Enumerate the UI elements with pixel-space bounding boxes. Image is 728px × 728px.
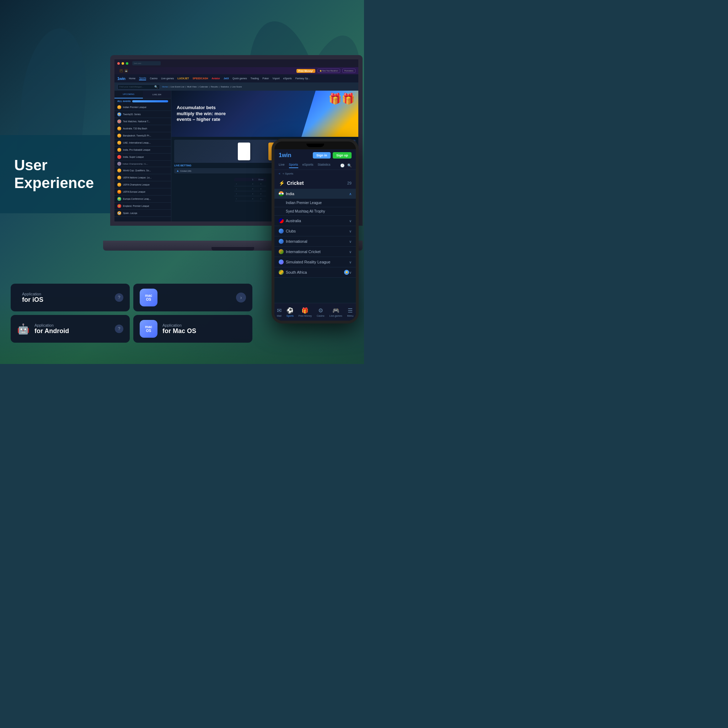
- uae-icon: 🏆: [117, 141, 121, 145]
- phone-tab-esports[interactable]: eSports: [303, 163, 314, 168]
- phone-sports-section: ⚡ Cricket 29 India ∧: [274, 177, 356, 303]
- ipl-sub-item[interactable]: Indian Premier League: [274, 199, 356, 207]
- international-row[interactable]: International ∨: [274, 236, 356, 247]
- t20-icon: 🏆: [117, 112, 121, 116]
- macos-top-card[interactable]: macOS ›: [133, 284, 252, 311]
- phone-nav-casino[interactable]: ⚙ Casino: [317, 307, 324, 317]
- sidebar-item-nations[interactable]: 🏆 UEFA Nations League. Le...: [115, 174, 171, 181]
- sidebar-item-ban[interactable]: 🏆 Bangladesh. Twenty20 Pr...: [115, 132, 171, 139]
- android-app-card[interactable]: 🤖 Application for Android ?: [11, 315, 130, 343]
- signin-button[interactable]: Sign in: [313, 152, 330, 159]
- sidebar-item-kabaddi[interactable]: 🏆 India. Pro Kabaddi League: [115, 147, 171, 154]
- nav-esports[interactable]: eSports: [283, 77, 292, 80]
- sidebar-item-test[interactable]: ⭕ Test Matches. National T...: [115, 118, 171, 125]
- simulated-label: Simulated Reality League: [286, 260, 349, 264]
- macos-bottom-card[interactable]: macOS Application for Mac OS: [133, 315, 252, 343]
- nav-home[interactable]: Home: [128, 77, 135, 80]
- phone-tab-sports[interactable]: Sports: [289, 163, 298, 168]
- android-help-button[interactable]: ?: [115, 324, 123, 333]
- breadcrumb: Home | Live Event List | Multi View | Ca…: [162, 86, 242, 88]
- australia-row[interactable]: Australia ∨: [274, 216, 356, 226]
- search-phone-icon[interactable]: 🔍: [347, 164, 352, 167]
- signup-button[interactable]: Sign up: [333, 152, 352, 159]
- phone-nav-free-money[interactable]: 🎁 Free Money: [298, 307, 312, 317]
- events-toggle[interactable]: [132, 100, 168, 102]
- ios-app-for: Application: [22, 292, 110, 296]
- phone-tab-statistics[interactable]: Statistics: [318, 163, 330, 168]
- sidebar-item-uae[interactable]: 🏆 UAE. International Leagu...: [115, 139, 171, 147]
- phone-nav-sports[interactable]: ⚽ Sports: [286, 307, 294, 317]
- nav-casino[interactable]: Casino: [150, 77, 158, 80]
- syed-mushtaq-sub-item[interactable]: Syed Mushtaq Ali Trophy: [274, 207, 356, 216]
- nav-aviator[interactable]: Aviator: [211, 77, 220, 80]
- sidebar-item-uel[interactable]: 🏆 UEFA Europa League: [115, 188, 171, 196]
- hero-title: Accumulator bets multiply the win: more …: [177, 105, 230, 123]
- clubs-row[interactable]: Clubs ∨: [274, 226, 356, 236]
- ios-app-text: Application for iOS: [22, 292, 110, 304]
- simulated-row[interactable]: Simulated Reality League ∨: [274, 257, 356, 267]
- ipl-icon: 🏆: [117, 105, 121, 109]
- score-row-4: - - -: [234, 196, 266, 201]
- phone-mockup: 1win Sign in Sign up Live Sports eSports…: [272, 139, 359, 323]
- sports-nav-label: Sports: [286, 315, 294, 317]
- south-africa-row[interactable]: South Africa 🔔 ∨: [274, 267, 356, 278]
- nav-luckjet[interactable]: LUCKJET: [177, 77, 189, 80]
- hero-banner: Accumulator bets multiply the win: more …: [171, 91, 358, 137]
- nav-trading[interactable]: Trading: [251, 77, 259, 80]
- cricket-header[interactable]: ⚡ Cricket 29: [274, 177, 356, 189]
- phone-tab-icons: 🕐 🔍: [340, 163, 352, 168]
- cricket-bolt-icon: ⚡: [279, 180, 285, 186]
- sidebar-item-ic[interactable]: ~ Indian Championship. I-L...: [115, 161, 171, 167]
- browser-topbar: 1win.com: [115, 60, 358, 67]
- sidebar-item-ucl[interactable]: 🏆 UEFA Champions League: [115, 181, 171, 188]
- sidebar-item-t20[interactable]: 🏆 Twenty20. Series: [115, 111, 171, 118]
- nav-sports[interactable]: Sports: [139, 77, 146, 80]
- phone-tab-live[interactable]: Live: [279, 163, 285, 168]
- casino-label: Casino: [317, 315, 324, 317]
- sidebar-item-laliga[interactable]: ⚽ Spain. LaLiga: [115, 210, 171, 217]
- nav-poker[interactable]: Poker: [262, 77, 269, 80]
- wc-icon: 🏆: [117, 168, 121, 173]
- sidebar-item-india-super[interactable]: 🔴 India. Super League: [115, 154, 171, 161]
- sidebar-tabs: UPCOMING LIVE 204: [115, 91, 171, 98]
- ios-help-button[interactable]: ?: [115, 293, 123, 302]
- phone-nav-mail[interactable]: ✉ Mail: [277, 307, 281, 317]
- app-cards-area: Application for iOS ? macOS › 🤖 Applicat…: [11, 284, 252, 343]
- nav-fantasy[interactable]: Fantasy Sp...: [295, 77, 310, 80]
- score-header-row: 1 Draw: [234, 178, 266, 181]
- tab-upcoming[interactable]: UPCOMING: [115, 91, 143, 98]
- india-country-row[interactable]: India ∧: [274, 189, 356, 199]
- sidebar-item-ipl[interactable]: 🏆 Indian Premier League: [115, 104, 171, 111]
- mail-label: Mail: [277, 315, 281, 317]
- nav-speedcash[interactable]: SPEEDCASH: [193, 77, 208, 80]
- south-africa-badge: 🔔: [344, 270, 349, 275]
- phone-nav-tabs: Live Sports eSports Statistics 🕐 🔍: [274, 161, 356, 170]
- search-bar: Find your match/league... 🔍 Home | Live …: [115, 83, 358, 91]
- macos-icon: macOS: [140, 289, 158, 306]
- macos-arrow-button[interactable]: ›: [236, 292, 246, 303]
- sidebar-item-epl[interactable]: 🦁 England. Premier League: [115, 203, 171, 210]
- nav-vsport[interactable]: Vsport: [273, 77, 280, 80]
- team-kit-white: [238, 142, 250, 160]
- aus-icon: 🏆: [117, 127, 121, 130]
- tab-live[interactable]: LIVE 204: [143, 91, 171, 98]
- sidebar-item-aus[interactable]: 🏆 Australia. T20 Big Bash: [115, 125, 171, 132]
- phone-nav-menu[interactable]: ☰ Menu: [347, 307, 354, 317]
- kabaddi-icon: 🏆: [117, 148, 121, 152]
- nav-live-games[interactable]: Live-games: [161, 77, 174, 80]
- phone-nav-live-games[interactable]: 🎮 Live-games: [329, 307, 342, 317]
- clubs-chevron: ∨: [349, 229, 352, 233]
- sidebar-item-wc[interactable]: 🏆 World Cup. Qualifiers. So...: [115, 167, 171, 174]
- phone-sports-header[interactable]: < < Sports: [274, 170, 356, 177]
- user-experience-heading: User Experience: [14, 156, 117, 192]
- macos-bottom-app-for: Application: [162, 323, 246, 327]
- sidebar-item-ecl[interactable]: 🏆 Europa Conference Leag...: [115, 196, 171, 203]
- nav-jetx[interactable]: JetX: [223, 77, 229, 80]
- australia-label: Australia: [286, 219, 349, 223]
- phone-logo: 1win: [279, 152, 292, 159]
- ios-app-card[interactable]: Application for iOS ?: [11, 284, 130, 311]
- international-cricket-row[interactable]: International Cricket ∨: [274, 247, 356, 257]
- search-input[interactable]: Find your match/league... 🔍: [117, 84, 160, 90]
- nav-quick-games[interactable]: Quick games: [232, 77, 247, 80]
- laliga-icon: ⚽: [117, 211, 121, 215]
